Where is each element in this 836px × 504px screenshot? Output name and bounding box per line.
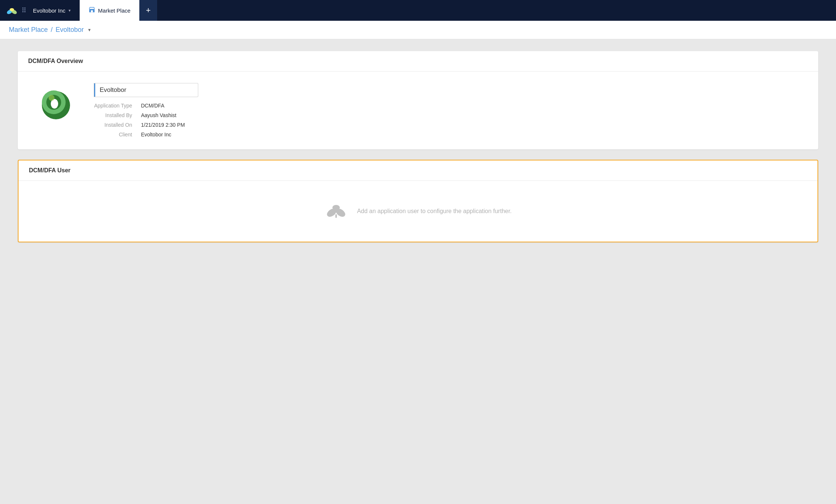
user-card: DCM/DFA User Add an application user to … [18, 160, 818, 242]
value-installed-on: 1/21/2019 2:30 PM [141, 122, 800, 128]
svg-point-2 [10, 8, 14, 11]
breadcrumb-bar: Market Place / Evoltobor ▾ [0, 21, 836, 39]
grid-icon[interactable]: ⠿ [21, 6, 26, 14]
overview-card-body: Application Type DCM/DFA Installed By Aa… [18, 72, 818, 149]
user-card-header: DCM/DFA User [19, 160, 817, 181]
user-card-title: DCM/DFA User [29, 167, 70, 173]
svg-point-9 [49, 95, 54, 101]
svg-point-12 [332, 205, 340, 210]
app-name-input[interactable] [94, 83, 198, 97]
main-content: DCM/DFA Overview [0, 39, 836, 254]
company-name: Evoltobor Inc [33, 7, 66, 14]
user-card-empty-state: Add an application user to configure the… [19, 181, 817, 242]
value-installed-by: Aayush Vashist [141, 112, 800, 118]
label-application-type: Application Type [94, 103, 132, 109]
nav-brand: ⠿ Evoltobor Inc ▾ [0, 0, 80, 21]
label-installed-by: Installed By [94, 112, 132, 118]
overview-card-header: DCM/DFA Overview [18, 51, 818, 72]
overview-card: DCM/DFA Overview [18, 51, 818, 149]
svg-rect-13 [335, 214, 337, 218]
market-place-tab[interactable]: Market Place [80, 0, 140, 21]
dcm-dfa-logo [37, 85, 74, 122]
label-installed-on: Installed On [94, 122, 132, 128]
company-selector[interactable]: Evoltobor Inc ▾ [30, 7, 74, 14]
add-tab-button[interactable]: + [139, 0, 157, 21]
market-place-tab-icon [89, 6, 95, 14]
app-logo-container [36, 83, 76, 124]
company-chevron: ▾ [69, 8, 71, 13]
label-client: Client [94, 132, 132, 137]
breadcrumb-market-place[interactable]: Market Place [9, 26, 48, 34]
breadcrumb-current: Evoltobor [56, 26, 84, 34]
svg-rect-4 [91, 10, 93, 12]
app-info: Application Type DCM/DFA Installed By Aa… [94, 83, 800, 137]
value-client: Evoltobor Inc [141, 132, 800, 137]
overview-card-title: DCM/DFA Overview [28, 58, 83, 64]
breadcrumb-dropdown-icon[interactable]: ▾ [88, 27, 91, 33]
top-nav: ⠿ Evoltobor Inc ▾ Market Place + [0, 0, 836, 21]
app-logo-icon [6, 4, 18, 16]
market-place-tab-label: Market Place [98, 7, 131, 14]
empty-state-icon [324, 199, 348, 224]
value-application-type: DCM/DFA [141, 103, 800, 109]
breadcrumb-separator: / [51, 26, 53, 34]
info-table: Application Type DCM/DFA Installed By Aa… [94, 103, 800, 137]
empty-state-text: Add an application user to configure the… [357, 208, 511, 215]
